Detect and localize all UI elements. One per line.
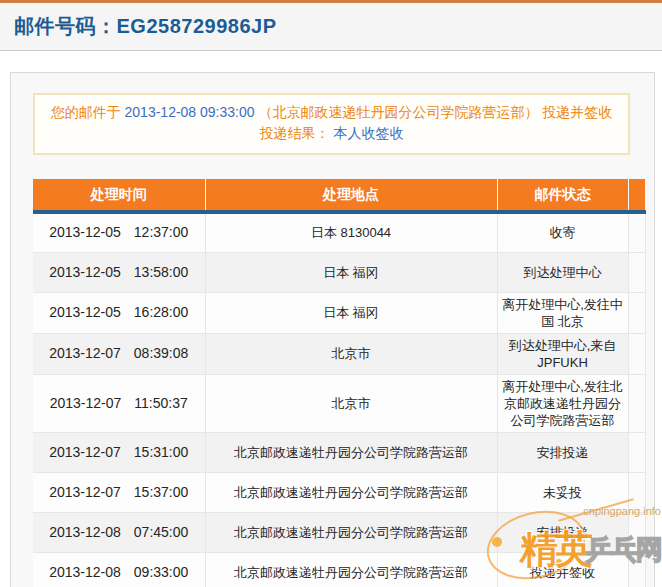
table-row: 2013-12-0516:28:00 日本 福冈 离开处理中心,发往中国 北京 [33,292,645,333]
tracking-table: 处理时间 处理地点 邮件状态 2013-12-0512:37:00 日本 813… [33,179,646,587]
result-value: 本人收签收 [333,125,403,141]
table-row: 2013-12-0715:37:00 北京邮政速递牡丹园分公司学院路营运部 未妥… [33,472,645,512]
cell-time: 2013-12-0715:37:00 [33,472,205,512]
cell-location: 北京邮政速递牡丹园分公司学院路营运部 [205,512,497,552]
summary-datetime: 2013-12-08 09:33:00 [125,104,255,120]
cell-status: 安排投递 [497,512,628,552]
table-row: 2013-12-0711:50:37 北京市 离开处理中心,发往北京邮政速递牡丹… [33,374,645,432]
table-row: 2013-12-0809:33:00 北京邮政速递牡丹园分公司学院路营运部 投递… [33,552,645,587]
summary-suffix: （北京邮政速递牡丹园分公司学院路营运部） 投递并签收 [255,104,613,120]
cell-spacer [628,552,645,587]
cell-location: 日本 福冈 [205,252,497,292]
table-row: 2013-12-0715:31:00 北京邮政速递牡丹园分公司学院路营运部 安排… [33,432,645,472]
cell-status: 到达处理中心,来自JPFUKH [497,333,628,374]
table-row: 2013-12-0513:58:00 日本 福冈 到达处理中心 [33,252,645,292]
header-time: 处理时间 [33,179,205,212]
cell-spacer [628,472,645,512]
delivery-summary-line2: 投递结果： 本人收签收 [47,123,616,144]
cell-time: 2013-12-0809:33:00 [33,552,205,587]
cell-location: 北京市 [205,374,497,432]
table-row: 2013-12-0807:45:00 北京邮政速递牡丹园分公司学院路营运部 安排… [33,512,645,552]
cell-location: 日本 福冈 [205,292,497,333]
cell-status: 收寄 [497,212,628,252]
cell-spacer [628,333,645,374]
cell-spacer [628,212,645,252]
header-status: 邮件状态 [497,179,628,212]
cell-time: 2013-12-0715:31:00 [33,432,205,472]
cell-time: 2013-12-0807:45:00 [33,512,205,552]
cell-spacer [628,252,645,292]
delivery-summary-box: 您的邮件于 2013-12-08 09:33:00 （北京邮政速递牡丹园分公司学… [33,93,630,155]
cell-time: 2013-12-0513:58:00 [33,252,205,292]
cell-status: 离开处理中心,发往北京邮政速递牡丹园分公司学院路营运部 [497,374,628,432]
header-location: 处理地点 [205,179,497,212]
header-spacer [628,179,645,212]
cell-location: 北京邮政速递牡丹园分公司学院路营运部 [205,432,497,472]
cell-time: 2013-12-0711:50:37 [33,374,205,432]
cell-status: 投递并签收 [497,552,628,587]
cell-status: 安排投递 [497,432,628,472]
cell-time: 2013-12-0516:28:00 [33,292,205,333]
cell-location: 北京邮政速递牡丹园分公司学院路营运部 [205,552,497,587]
cell-status: 未妥投 [497,472,628,512]
cell-location: 北京市 [205,333,497,374]
table-row: 2013-12-0708:39:08 北京市 到达处理中心,来自JPFUKH [33,333,645,374]
table-row: 2013-12-0512:37:00 日本 8130044 收寄 [33,212,645,252]
cell-status: 离开处理中心,发往中国 北京 [497,292,628,333]
cell-location: 北京邮政速递牡丹园分公司学院路营运部 [205,472,497,512]
cell-spacer [628,374,645,432]
cell-spacer [628,432,645,472]
cell-location: 日本 8130044 [205,212,497,252]
title-bar: 邮件号码：EG258729986JP [0,0,662,51]
table-header-row: 处理时间 处理地点 邮件状态 [33,179,645,212]
summary-prefix: 您的邮件于 [51,104,125,120]
cell-time: 2013-12-0512:37:00 [33,212,205,252]
cell-spacer [628,292,645,333]
cell-time: 2013-12-0708:39:08 [33,333,205,374]
page-title: 邮件号码：EG258729986JP [14,13,276,40]
tracking-panel: 您的邮件于 2013-12-08 09:33:00 （北京邮政速递牡丹园分公司学… [10,72,655,587]
cell-spacer [628,512,645,552]
result-label: 投递结果： [260,125,334,141]
cell-status: 到达处理中心 [497,252,628,292]
delivery-summary-line1: 您的邮件于 2013-12-08 09:33:00 （北京邮政速递牡丹园分公司学… [47,102,616,123]
